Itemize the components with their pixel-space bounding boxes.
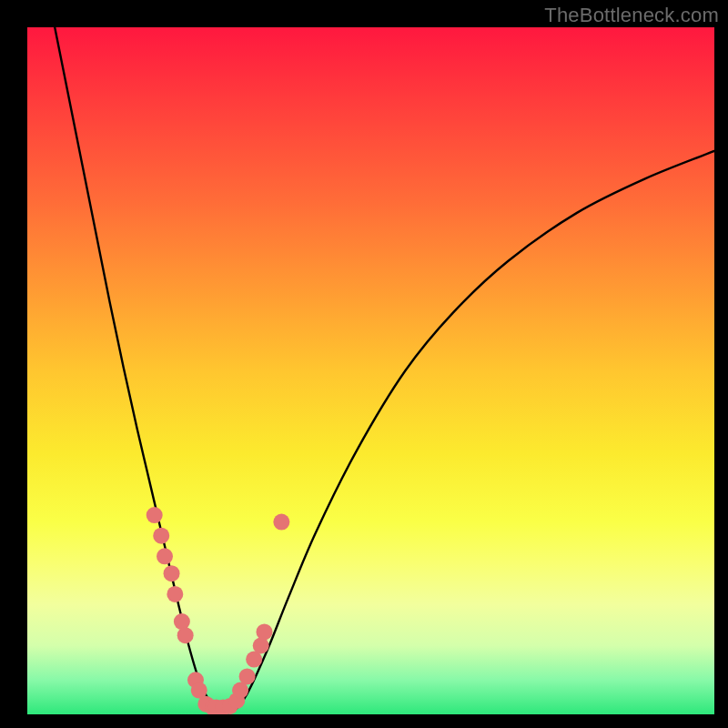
data-point-marker: [167, 586, 183, 602]
data-point-marker: [253, 638, 269, 654]
data-point-marker: [256, 623, 272, 640]
plot-area: [27, 27, 714, 714]
data-point-marker: [273, 514, 289, 531]
data-point-marker: [147, 507, 163, 523]
chart-svg: [27, 27, 714, 714]
data-point-marker: [174, 613, 190, 630]
bottleneck-curve: [55, 27, 714, 713]
data-point-markers: [147, 507, 290, 714]
data-point-marker: [164, 565, 180, 581]
watermark-text: TheBottleneck.com: [544, 4, 719, 27]
data-point-marker: [153, 528, 169, 544]
chart-frame: TheBottleneck.com: [0, 0, 728, 728]
data-point-marker: [239, 668, 256, 684]
data-point-marker: [177, 627, 194, 643]
data-point-marker: [157, 548, 173, 564]
